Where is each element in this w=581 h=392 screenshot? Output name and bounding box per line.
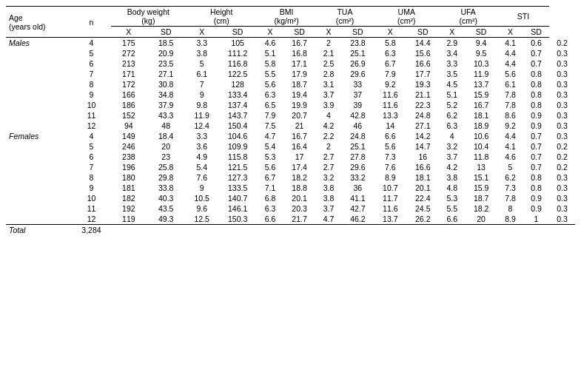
bmi-sd-cell: 2 — [315, 141, 341, 152]
bmi-x-cell: 19.9 — [283, 100, 316, 110]
ufa-x-cell: 15.1 — [465, 172, 497, 183]
h-x-cell: 104.6 — [218, 131, 258, 141]
ufa-x-header: X — [439, 27, 465, 38]
n-cell: 119 — [111, 214, 147, 225]
bw-sd-header: SD — [147, 27, 186, 38]
bmi-x-cell: 18.7 — [283, 79, 316, 89]
n-cell: 272 — [111, 48, 147, 58]
h-x-header: X — [186, 27, 218, 38]
sti-x-cell: 1 — [523, 214, 549, 225]
tua-sd-cell: 7.9 — [374, 69, 406, 79]
sti-sd-cell: 0.3 — [549, 48, 575, 58]
bmi-sd-cell: 3.9 — [315, 100, 341, 110]
h-sd-cell: 5.4 — [258, 141, 283, 152]
uma-x-cell: 14.7 — [406, 141, 439, 152]
bw-x-cell: 43.3 — [147, 110, 186, 121]
uma-x-cell: 14.2 — [406, 131, 439, 141]
ufa-sd-header: SD — [465, 27, 497, 38]
tua-sd-cell: 5.8 — [374, 38, 406, 49]
sti-x-cell: 0.6 — [523, 38, 549, 49]
age-cell: 7 — [72, 69, 111, 79]
sti-sd-cell: 0.3 — [549, 100, 575, 110]
tua-sd-cell: 7.6 — [374, 162, 406, 172]
bodyweight-header: Body weight(kg) — [111, 7, 186, 27]
ufa-x-cell: 10.3 — [465, 58, 497, 69]
uma-sd-cell: 2.9 — [439, 38, 465, 49]
sti-sd-cell: 0.3 — [549, 172, 575, 183]
bw-x-header: X — [111, 27, 147, 38]
n-cell: 196 — [111, 162, 147, 172]
uma-sd-cell: 3.4 — [439, 48, 465, 58]
table-row: 6 213 23.5 5 116.8 5.8 17.1 2.5 26.9 6.7… — [6, 58, 575, 69]
n-cell: 192 — [111, 203, 147, 214]
table-row: 5 246 20 3.6 109.9 5.4 16.4 2 25.1 5.6 1… — [6, 141, 575, 152]
h-x-cell: 146.1 — [218, 203, 258, 214]
tua-sd-cell: 10.7 — [374, 183, 406, 193]
tua-x-cell: 27.8 — [341, 152, 374, 162]
bw-sd-cell: 12.4 — [186, 121, 218, 131]
bmi-header: BMI(kg/m²) — [258, 7, 316, 27]
table-row: 5 272 20.9 3.8 111.2 5.1 16.8 2.1 25.1 6… — [6, 48, 575, 58]
bw-sd-cell: 12.5 — [186, 214, 218, 225]
sti-sd-cell: 0.3 — [549, 79, 575, 89]
sti-x-cell: 0.7 — [523, 131, 549, 141]
data-table: Age(years old) n Body weight(kg) Height(… — [6, 6, 575, 235]
tua-sd-cell: 11.7 — [374, 193, 406, 203]
tua-header: TUA(cm²) — [315, 7, 374, 27]
sti-x-cell: 0.8 — [523, 183, 549, 193]
height-header: Height(cm) — [186, 7, 258, 27]
uma-x-cell: 24.8 — [406, 110, 439, 121]
tua-x-cell: 42.8 — [341, 110, 374, 121]
bmi-x-cell: 20.1 — [283, 193, 316, 203]
sti-sd-cell: 0.3 — [549, 110, 575, 121]
bw-sd-cell: 3.3 — [186, 38, 218, 49]
h-sd-cell: 6.3 — [258, 203, 283, 214]
sti-sd-header: SD — [523, 27, 549, 38]
n-cell: 246 — [111, 141, 147, 152]
h-sd-cell: 6.8 — [258, 193, 283, 203]
bw-x-cell: 34.8 — [147, 89, 186, 100]
ufa-sd-cell: 4.4 — [497, 58, 523, 69]
h-sd-cell: 6.7 — [258, 172, 283, 183]
h-sd-cell: 5.3 — [258, 152, 283, 162]
tua-sd-cell: 5.6 — [374, 141, 406, 152]
sti-x-cell: 0.8 — [523, 89, 549, 100]
sti-x-cell: 0.7 — [523, 48, 549, 58]
ufa-x-cell: 16.7 — [465, 100, 497, 110]
sti-sd-cell: 0.2 — [549, 141, 575, 152]
ufa-x-cell: 15.9 — [465, 89, 497, 100]
h-x-cell: 143.7 — [218, 110, 258, 121]
age-cell: 12 — [72, 121, 111, 131]
bmi-x-cell: 17.9 — [283, 69, 316, 79]
h-x-cell: 122.5 — [218, 69, 258, 79]
bw-sd-cell: 3.8 — [186, 48, 218, 58]
table-row: 7 196 25.8 5.4 121.5 5.6 17.4 2.7 29.6 7… — [6, 162, 575, 172]
sti-sd-cell: 0.3 — [549, 69, 575, 79]
ufa-sd-cell: 7.8 — [497, 193, 523, 203]
uma-x-cell: 16.6 — [406, 58, 439, 69]
n-cell: 238 — [111, 152, 147, 162]
ufa-sd-cell: 5.6 — [497, 69, 523, 79]
table-row: Males 4 175 18.5 3.3 105 4.6 16.7 2 23.8… — [6, 38, 575, 49]
tua-sd-cell: 14 — [374, 121, 406, 131]
ufa-sd-cell: 4.4 — [497, 131, 523, 141]
bmi-sd-cell: 3.2 — [315, 172, 341, 183]
ufa-x-cell: 20 — [465, 214, 497, 225]
age-cell: 9 — [72, 183, 111, 193]
sti-sd-cell: 0.3 — [549, 183, 575, 193]
table-row: Females 4 149 18.4 3.3 104.6 4.7 16.7 2.… — [6, 131, 575, 141]
bw-x-cell: 23.5 — [147, 58, 186, 69]
n-cell: 182 — [111, 193, 147, 203]
uma-sd-cell: 3.7 — [439, 152, 465, 162]
ufa-x-cell: 9.4 — [465, 38, 497, 49]
bmi-x-cell: 16.7 — [283, 131, 316, 141]
total-label: Total — [6, 225, 72, 236]
tua-x-cell: 37 — [341, 89, 374, 100]
bmi-sd-cell: 2.5 — [315, 58, 341, 69]
ufa-sd-cell: 4.4 — [497, 48, 523, 58]
table-row: 11 192 43.5 9.6 146.1 6.3 20.3 3.7 42.7 … — [6, 203, 575, 214]
bmi-x-cell: 17 — [283, 152, 316, 162]
tua-x-cell: 29.6 — [341, 162, 374, 172]
n-cell: 175 — [111, 38, 147, 49]
h-x-cell: 116.8 — [218, 58, 258, 69]
